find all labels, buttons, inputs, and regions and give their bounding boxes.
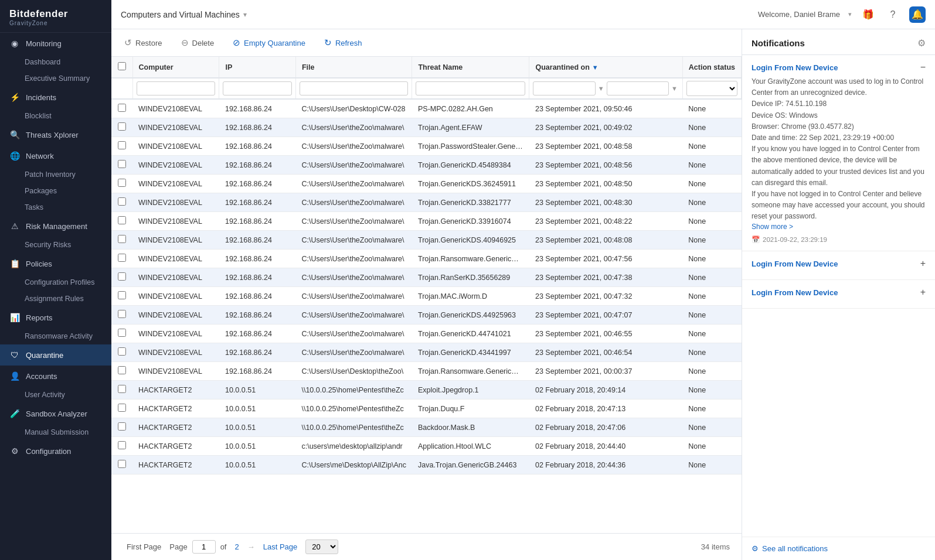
sidebar-sub-config-profiles[interactable]: Configuration Profiles (0, 274, 111, 291)
header-computer[interactable]: Computer (132, 57, 219, 78)
last-page-link[interactable]: Last Page (260, 541, 301, 553)
per-page-select[interactable]: 20 50 100 (305, 539, 338, 554)
sidebar-item-monitoring[interactable]: ◉ Monitoring (0, 33, 111, 54)
delete-label: Delete (192, 39, 215, 47)
see-all-notifications-button[interactable]: ⚙ See all notifications (742, 537, 935, 560)
first-page-button[interactable]: First Page (123, 541, 165, 553)
sidebar-sub-executive-summary[interactable]: Executive Summary (0, 70, 111, 87)
sidebar-sub-user-activity[interactable]: User Activity (0, 387, 111, 403)
help-icon-button[interactable]: ? (885, 6, 901, 23)
filter-status-select[interactable]: None (686, 81, 737, 96)
sidebar-item-policies[interactable]: 📋 Policies (0, 253, 111, 274)
row-checkbox[interactable] (118, 254, 126, 262)
row-checkbox[interactable] (118, 422, 126, 431)
select-all-checkbox[interactable] (118, 62, 126, 70)
sidebar-item-incidents[interactable]: ⚡ Incidents (0, 87, 111, 108)
row-checkbox-cell[interactable] (111, 399, 132, 418)
notif1-title[interactable]: Login From New Device (752, 63, 838, 72)
refresh-button[interactable]: ↻ Refresh (321, 35, 366, 50)
row-checkbox[interactable] (118, 104, 126, 112)
row-checkbox-cell[interactable] (111, 212, 132, 231)
sidebar-sub-manual-submission[interactable]: Manual Submission (0, 424, 111, 441)
row-checkbox-cell[interactable] (111, 268, 132, 287)
row-checkbox-cell[interactable] (111, 381, 132, 399)
sidebar-sub-packages[interactable]: Packages (0, 183, 111, 199)
filter-file-input[interactable] (300, 81, 409, 95)
notifications-icon-button[interactable]: 🔔 (909, 6, 926, 23)
row-checkbox-cell[interactable] (111, 418, 132, 437)
sidebar-item-reports[interactable]: 📊 Reports (0, 307, 111, 328)
sidebar-item-risk[interactable]: ⚠ Risk Management (0, 216, 111, 237)
row-checkbox-cell[interactable] (111, 287, 132, 306)
notif2-expand-button[interactable]: + (920, 258, 926, 269)
header-quarantined-on[interactable]: Quarantined on ▼ (529, 57, 682, 78)
row-checkbox-cell[interactable] (111, 456, 132, 474)
row-checkbox-cell[interactable] (111, 118, 132, 137)
row-checkbox-cell[interactable] (111, 156, 132, 175)
filter-ip-input[interactable] (223, 81, 292, 95)
row-checkbox[interactable] (118, 366, 126, 374)
row-checkbox[interactable] (118, 272, 126, 281)
row-checkbox[interactable] (118, 329, 126, 337)
row-checkbox[interactable] (118, 291, 126, 299)
sidebar-sub-assignment-rules[interactable]: Assignment Rules (0, 291, 111, 307)
row-checkbox[interactable] (118, 385, 126, 393)
notif1-collapse-button[interactable]: − (920, 62, 926, 73)
header-checkbox-cell[interactable] (111, 57, 132, 78)
row-checkbox[interactable] (118, 122, 126, 131)
row-checkbox[interactable] (118, 441, 126, 449)
row-checkbox[interactable] (118, 197, 126, 206)
row-checkbox-cell[interactable] (111, 306, 132, 325)
header-ip[interactable]: IP (219, 57, 296, 78)
row-checkbox-cell[interactable] (111, 362, 132, 381)
header-file[interactable]: File (295, 57, 412, 78)
row-checkbox-cell[interactable] (111, 137, 132, 156)
header-action-status[interactable]: Action status (682, 57, 741, 78)
gift-icon-button[interactable]: 🎁 (860, 6, 876, 23)
row-checkbox-cell[interactable] (111, 325, 132, 343)
notif1-show-more[interactable]: Show more > (752, 223, 793, 231)
sidebar-sub-ransomware[interactable]: Ransomware Activity (0, 328, 111, 344)
sidebar-item-configuration[interactable]: ⚙ Configuration (0, 441, 111, 462)
row-checkbox[interactable] (118, 460, 126, 468)
row-checkbox-cell[interactable] (111, 343, 132, 362)
header-threat-name[interactable]: Threat Name (412, 57, 529, 78)
row-checkbox-cell[interactable] (111, 250, 132, 268)
row-checkbox-cell[interactable] (111, 437, 132, 456)
row-checkbox[interactable] (118, 235, 126, 243)
sidebar-sub-blocklist[interactable]: Blocklist (0, 108, 111, 124)
last-page-button[interactable]: 2 (231, 541, 242, 553)
page-number-input[interactable] (192, 540, 216, 554)
sidebar-sub-security-risks[interactable]: Security Risks (0, 237, 111, 253)
sidebar-item-sandbox[interactable]: 🧪 Sandbox Analyzer (0, 403, 111, 424)
filter-threat-input[interactable] (416, 81, 525, 95)
sidebar-item-network[interactable]: 🌐 Network (0, 145, 111, 166)
row-checkbox-cell[interactable] (111, 175, 132, 193)
empty-quarantine-button[interactable]: ⊘ Empty Quarantine (229, 35, 309, 50)
row-checkbox[interactable] (118, 179, 126, 187)
row-checkbox[interactable] (118, 347, 126, 356)
sidebar-item-accounts[interactable]: 👤 Accounts (0, 366, 111, 387)
filter-date-to[interactable] (607, 81, 669, 95)
row-checkbox[interactable] (118, 141, 126, 149)
row-checkbox[interactable] (118, 404, 126, 412)
sidebar-item-threats[interactable]: 🔍 Threats Xplorer (0, 124, 111, 145)
sidebar-item-quarantine[interactable]: 🛡 Quarantine (0, 344, 111, 366)
notif2-title[interactable]: Login From New Device (752, 259, 838, 268)
row-checkbox-cell[interactable] (111, 193, 132, 212)
row-checkbox[interactable] (118, 310, 126, 318)
notifications-settings-button[interactable]: ⚙ (917, 37, 926, 49)
sidebar-sub-tasks[interactable]: Tasks (0, 199, 111, 216)
row-checkbox[interactable] (118, 216, 126, 224)
sidebar-sub-dashboard[interactable]: Dashboard (0, 54, 111, 70)
notif3-title[interactable]: Login From New Device (752, 288, 838, 297)
filter-computer-input[interactable] (137, 81, 216, 95)
notif3-expand-button[interactable]: + (920, 287, 926, 298)
row-checkbox-cell[interactable] (111, 231, 132, 250)
row-checkbox-cell[interactable] (111, 99, 132, 118)
delete-button[interactable]: ⊖ Delete (178, 35, 218, 50)
sidebar-sub-patch-inventory[interactable]: Patch Inventory (0, 166, 111, 183)
row-checkbox[interactable] (118, 160, 126, 168)
filter-date-from[interactable] (533, 81, 595, 95)
restore-button[interactable]: ↺ Restore (121, 35, 166, 50)
